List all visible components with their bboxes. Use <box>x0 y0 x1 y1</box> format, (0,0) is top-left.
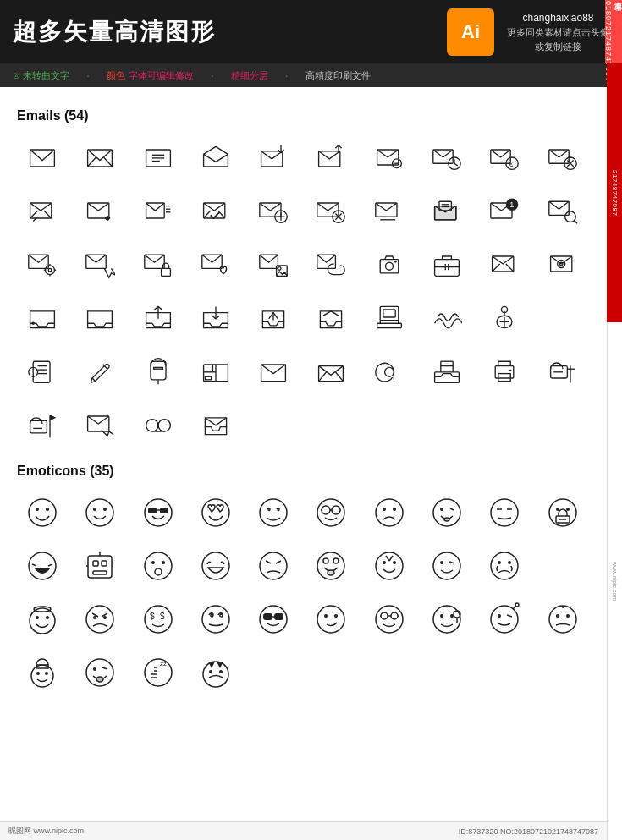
email-icon-9: € <box>479 134 530 180</box>
svg-point-185 <box>162 561 165 564</box>
svg-point-130 <box>509 369 512 371</box>
svg-rect-103 <box>33 361 50 382</box>
svg-point-221 <box>334 614 338 618</box>
email-icon-40 <box>537 294 588 340</box>
username: changhaixiao88 <box>507 10 609 25</box>
svg-point-209 <box>93 616 96 619</box>
svg-point-224 <box>391 612 398 619</box>
svg-point-258 <box>219 670 223 673</box>
svg-text:$: $ <box>150 612 155 621</box>
svg-point-192 <box>328 570 334 575</box>
sub-header-item-2: 颜色 字体可编辑修改 <box>107 69 194 82</box>
svg-point-199 <box>440 561 443 564</box>
svg-marker-32 <box>105 215 111 221</box>
email-icon-39 <box>479 294 530 340</box>
svg-point-167 <box>491 499 518 526</box>
svg-point-234 <box>498 614 501 618</box>
svg-line-120 <box>336 371 344 381</box>
emoticon-17 <box>364 542 415 589</box>
svg-point-206 <box>36 616 39 619</box>
emoticon-8 <box>421 489 472 535</box>
svg-point-247 <box>93 667 96 671</box>
bottom-left: 昵图网 www.nipic.com <box>8 826 84 837</box>
emoticon-38-empty <box>421 649 472 695</box>
email-icon-10 <box>537 134 588 180</box>
svg-point-201 <box>491 552 518 579</box>
svg-point-152 <box>202 499 229 526</box>
svg-point-89 <box>31 321 35 325</box>
emoticon-14 <box>190 542 241 589</box>
email-icons-row5 <box>17 347 590 393</box>
email-icon-30 <box>537 240 588 287</box>
bottom-right: ID:8737320 NO:20180721021748747087 <box>459 827 598 836</box>
svg-point-147 <box>103 508 107 511</box>
svg-point-146 <box>93 508 96 511</box>
svg-point-77 <box>385 262 393 270</box>
email-icon-empty4 <box>421 400 472 447</box>
svg-point-190 <box>323 558 328 563</box>
svg-point-250 <box>145 659 172 686</box>
svg-point-211 <box>145 606 172 633</box>
emoticon-5 <box>248 489 299 535</box>
email-icon-6 <box>305 134 356 180</box>
email-icon-18 <box>421 187 472 233</box>
email-icon-45 <box>248 347 299 393</box>
svg-point-223 <box>381 612 388 619</box>
email-icon-26 <box>305 240 356 287</box>
bottom-bar: 昵图网 www.nipic.com ID:8737320 NO:20180721… <box>0 821 607 840</box>
svg-point-170 <box>549 499 576 526</box>
email-icon-35 <box>248 294 299 340</box>
svg-marker-260 <box>217 662 223 668</box>
svg-line-19 <box>454 163 458 166</box>
email-icon-36 <box>305 294 356 340</box>
email-icon-52 <box>74 400 125 447</box>
email-icon-33 <box>133 294 184 340</box>
email-icon-8 <box>421 134 472 180</box>
side-watermark: By:立洗柔珊 No.20180721748747087 <box>605 0 622 63</box>
emoticon-15 <box>248 542 299 589</box>
svg-text:$: $ <box>160 612 165 621</box>
svg-point-153 <box>260 499 287 526</box>
email-icon-34 <box>190 294 241 340</box>
svg-point-143 <box>36 508 39 511</box>
emoticon-12 <box>74 542 125 589</box>
email-icon-47 <box>364 347 415 393</box>
svg-point-222 <box>376 606 403 633</box>
svg-text:1: 1 <box>510 200 515 209</box>
svg-line-196 <box>386 556 389 561</box>
svg-point-239 <box>556 614 559 618</box>
svg-point-194 <box>383 561 386 564</box>
emoticon-39-empty <box>479 649 530 695</box>
header: 超多矢量高清图形 Ai changhaixiao88 更多同类素材请点击头像或复… <box>0 0 622 63</box>
emoticon-33: zz <box>133 649 184 695</box>
emoticon-6 <box>305 489 356 535</box>
email-icon-16 <box>305 187 356 233</box>
svg-line-2 <box>88 157 96 167</box>
svg-rect-177 <box>93 561 98 566</box>
emoticon-26 <box>305 596 356 642</box>
svg-point-237 <box>515 603 519 607</box>
wm-white: www.nipic.com <box>607 322 622 840</box>
emoticon-29 <box>479 596 530 642</box>
emoticon-20-empty <box>537 542 588 589</box>
email-icon-46 <box>305 347 356 393</box>
svg-point-139 <box>146 419 157 431</box>
emoticons-row1 <box>17 489 590 535</box>
emoticon-4 <box>190 489 241 535</box>
emoticon-1 <box>17 489 68 535</box>
svg-point-191 <box>333 558 339 563</box>
email-icon-empty1 <box>248 400 299 447</box>
emails-section-title: Emails (54) <box>17 108 590 124</box>
email-icon-4 <box>190 134 241 180</box>
email-icon-19: 1 <box>479 187 530 233</box>
email-icon-20 <box>537 187 588 233</box>
svg-point-243 <box>36 672 40 675</box>
svg-point-186 <box>155 568 162 575</box>
svg-point-74 <box>278 266 282 270</box>
svg-point-219 <box>317 606 344 633</box>
svg-point-187 <box>202 552 229 579</box>
svg-rect-112 <box>153 367 162 369</box>
header-title: 超多矢量高清图形 <box>13 16 434 48</box>
svg-rect-216 <box>263 613 272 620</box>
svg-point-121 <box>384 367 394 376</box>
